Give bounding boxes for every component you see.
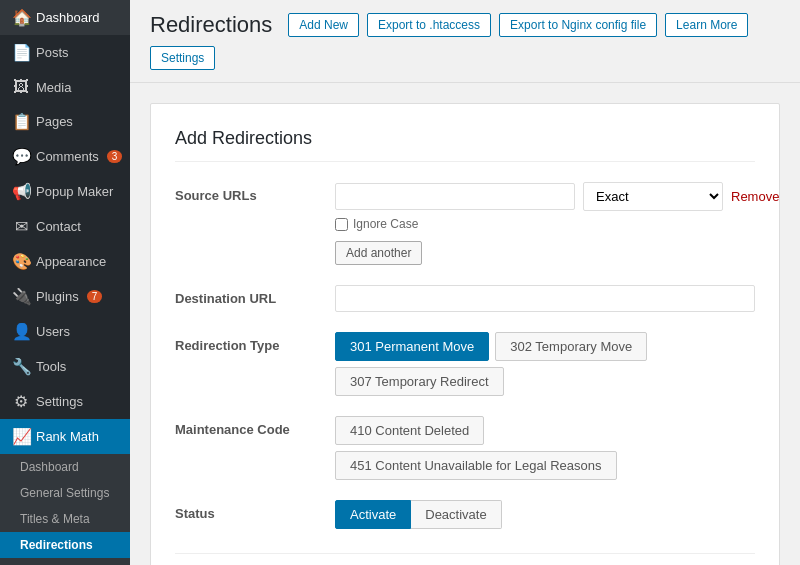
ignore-case-checkbox[interactable]: [335, 218, 348, 231]
destination-url-row: Destination URL: [175, 285, 755, 312]
submenu-item-redirections[interactable]: Redirections: [0, 532, 130, 558]
redirection-type-label: Redirection Type: [175, 332, 335, 353]
maintenance-code-label: Maintenance Code: [175, 416, 335, 437]
sidebar-item-plugins[interactable]: 🔌 Plugins 7: [0, 279, 130, 314]
deactivate-button[interactable]: Deactivate: [411, 500, 501, 529]
submenu-item-dashboard[interactable]: Dashboard: [0, 454, 130, 480]
popup-maker-icon: 📢: [12, 182, 30, 201]
type-307-button[interactable]: 307 Temporary Redirect: [335, 367, 504, 396]
type-302-button[interactable]: 302 Temporary Move: [495, 332, 647, 361]
code-451-button[interactable]: 451 Content Unavailable for Legal Reason…: [335, 451, 617, 480]
remove-link[interactable]: Remove: [731, 189, 779, 204]
plugins-badge: 7: [87, 290, 103, 303]
export-htaccess-button[interactable]: Export to .htaccess: [367, 13, 491, 37]
redirection-type-field: 301 Permanent Move 302 Temporary Move 30…: [335, 332, 755, 396]
sidebar-item-tools[interactable]: 🔧 Tools: [0, 349, 130, 384]
sidebar-item-media[interactable]: 🖼 Media: [0, 70, 130, 104]
add-another-button[interactable]: Add another: [335, 241, 422, 265]
sidebar-item-contact[interactable]: ✉ Contact: [0, 209, 130, 244]
activate-button[interactable]: Activate: [335, 500, 411, 529]
match-type-select[interactable]: Exact Regex: [583, 182, 723, 211]
source-urls-row: Source URLs Exact Regex Remove Ignore Ca…: [175, 182, 755, 265]
pages-icon: 📋: [12, 112, 30, 131]
destination-url-field: [335, 285, 755, 312]
maintenance-code-buttons: 410 Content Deleted 451 Content Unavaila…: [335, 416, 755, 480]
add-redirections-card: Add Redirections Source URLs Exact Regex…: [150, 103, 780, 565]
appearance-icon: 🎨: [12, 252, 30, 271]
type-301-button[interactable]: 301 Permanent Move: [335, 332, 489, 361]
tools-icon: 🔧: [12, 357, 30, 376]
status-buttons: Activate Deactivate: [335, 500, 755, 529]
source-urls-label: Source URLs: [175, 182, 335, 203]
page-title: Redirections: [150, 12, 272, 38]
content-area: Add Redirections Source URLs Exact Regex…: [130, 83, 800, 565]
contact-icon: ✉: [12, 217, 30, 236]
media-icon: 🖼: [12, 78, 30, 96]
maintenance-code-row: Maintenance Code 410 Content Deleted 451…: [175, 416, 755, 480]
add-new-button[interactable]: Add New: [288, 13, 359, 37]
code-410-button[interactable]: 410 Content Deleted: [335, 416, 484, 445]
submenu-item-titles[interactable]: Titles & Meta: [0, 506, 130, 532]
ignore-case-label: Ignore Case: [353, 217, 418, 231]
redirection-type-buttons: 301 Permanent Move 302 Temporary Move 30…: [335, 332, 755, 396]
page-header: Redirections Add New Export to .htaccess…: [130, 0, 800, 83]
settings-button[interactable]: Settings: [150, 46, 215, 70]
sidebar: 🏠 Dashboard 📄 Posts 🖼 Media 📋 Pages 💬 Co…: [0, 0, 130, 565]
sidebar-item-settings[interactable]: ⚙ Settings: [0, 384, 130, 419]
rank-math-submenu: Dashboard General Settings Titles & Meta…: [0, 454, 130, 565]
sidebar-item-comments[interactable]: 💬 Comments 3: [0, 139, 130, 174]
maintenance-code-field: 410 Content Deleted 451 Content Unavaila…: [335, 416, 755, 480]
comments-icon: 💬: [12, 147, 30, 166]
sidebar-item-rank-math[interactable]: 📈 Rank Math: [0, 419, 130, 454]
submenu-item-general[interactable]: General Settings: [0, 480, 130, 506]
posts-icon: 📄: [12, 43, 30, 62]
form-title: Add Redirections: [175, 128, 755, 162]
form-footer: Cancel Add Redirection: [175, 553, 755, 565]
export-nginx-button[interactable]: Export to Nginx config file: [499, 13, 657, 37]
settings-icon: ⚙: [12, 392, 30, 411]
submenu-item-search-console[interactable]: Search Console: [0, 558, 130, 565]
users-icon: 👤: [12, 322, 30, 341]
learn-more-button[interactable]: Learn More: [665, 13, 748, 37]
comments-badge: 3: [107, 150, 123, 163]
destination-url-label: Destination URL: [175, 285, 335, 306]
status-label: Status: [175, 500, 335, 521]
rank-math-icon: 📈: [12, 427, 30, 446]
sidebar-item-appearance[interactable]: 🎨 Appearance: [0, 244, 130, 279]
main-content: Redirections Add New Export to .htaccess…: [130, 0, 800, 565]
source-url-input[interactable]: [335, 183, 575, 210]
sidebar-item-users[interactable]: 👤 Users: [0, 314, 130, 349]
ignore-case-row: Ignore Case: [335, 217, 779, 231]
source-url-input-row: Exact Regex Remove: [335, 182, 779, 211]
sidebar-item-popup-maker[interactable]: 📢 Popup Maker: [0, 174, 130, 209]
sidebar-item-dashboard[interactable]: 🏠 Dashboard: [0, 0, 130, 35]
sidebar-item-pages[interactable]: 📋 Pages: [0, 104, 130, 139]
destination-url-input[interactable]: [335, 285, 755, 312]
redirection-type-row: Redirection Type 301 Permanent Move 302 …: [175, 332, 755, 396]
plugins-icon: 🔌: [12, 287, 30, 306]
source-urls-field: Exact Regex Remove Ignore Case Add anoth…: [335, 182, 779, 265]
sidebar-item-posts[interactable]: 📄 Posts: [0, 35, 130, 70]
status-field: Activate Deactivate: [335, 500, 755, 529]
dashboard-icon: 🏠: [12, 8, 30, 27]
status-row: Status Activate Deactivate: [175, 500, 755, 529]
